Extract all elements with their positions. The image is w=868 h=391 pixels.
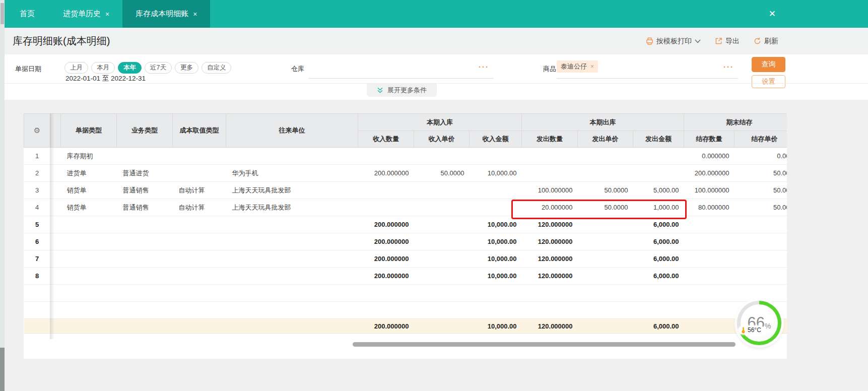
preset-last-7-days[interactable]: 近7天 bbox=[145, 62, 172, 74]
table-header: ⚙ 单据类型 业务类型 成本取值类型 往来单位 本期入库 本期出库 期末结存 收… bbox=[24, 114, 787, 148]
cell-out-qty: 120.000000 bbox=[522, 233, 578, 250]
cell-biz-type bbox=[117, 250, 173, 268]
table-row-summary[interactable]: 7 200.000000 10,000.00 120.000000 6,000.… bbox=[24, 250, 787, 268]
table-row-highlighted[interactable]: 4 销货单 普通销售 自动计算 上海天天玩具批发部 20.000000 50.0… bbox=[24, 199, 787, 216]
cell-out-amt: 1,000.00 bbox=[633, 199, 684, 216]
tab-label: 首页 bbox=[20, 9, 35, 19]
settings-button[interactable]: 设置 bbox=[752, 75, 785, 88]
cell-doc-type: 销货单 bbox=[61, 182, 117, 199]
cell-in-amt: 10,000.00 bbox=[470, 216, 522, 233]
cell-out-amt: 5,000.00 bbox=[633, 182, 684, 199]
table-row[interactable]: 3 销货单 普通销售 自动计算 上海天天玩具批发部 100.000000 50.… bbox=[24, 182, 787, 199]
cell-party: 上海天天玩具批发部 bbox=[226, 182, 358, 199]
cell-out-qty bbox=[522, 148, 578, 165]
cell-in-qty bbox=[358, 148, 414, 165]
cell-cost-type bbox=[173, 216, 226, 233]
row-number: 1 bbox=[24, 148, 50, 165]
tab-inventory-cost-ledger[interactable]: 库存成本明细账 × bbox=[122, 0, 210, 28]
spacer-cell bbox=[50, 199, 61, 216]
col-bal-qty: 结存数量 bbox=[684, 131, 735, 148]
left-scrollbar-thumb[interactable] bbox=[1, 3, 4, 24]
tab-bar: 首页 进货单历史 × 库存成本明细账 × ✕ bbox=[5, 0, 868, 28]
print-by-template-button[interactable]: 按模板打印 bbox=[646, 37, 701, 46]
cell-out-qty: 100.000000 bbox=[522, 182, 578, 199]
col-out-amt: 发出金额 bbox=[633, 131, 684, 148]
cell-in-qty bbox=[358, 182, 414, 199]
cell-out-price bbox=[578, 165, 633, 182]
column-settings-gear-icon[interactable]: ⚙ bbox=[34, 126, 40, 135]
cell-doc-type: 销货单 bbox=[61, 199, 117, 216]
group-inbound: 本期入库 bbox=[358, 114, 522, 131]
product-tag[interactable]: 泰迪公仔 × bbox=[557, 60, 598, 73]
cell-in-qty: 200.000000 bbox=[358, 233, 414, 250]
refresh-button[interactable]: 刷新 bbox=[754, 37, 778, 46]
cell-bal-price bbox=[735, 250, 787, 268]
chevron-down-icon bbox=[695, 39, 701, 43]
cell-in-price bbox=[414, 233, 470, 250]
tab-close-icon[interactable]: × bbox=[105, 10, 109, 18]
cell-out-price bbox=[578, 250, 633, 268]
cell-cost-type bbox=[173, 268, 226, 285]
spacer-cell bbox=[50, 216, 61, 233]
cell-out-amt: 6,000.00 bbox=[633, 216, 684, 233]
preset-this-year[interactable]: 本年 bbox=[118, 62, 142, 74]
warehouse-filter-label: 仓库 bbox=[291, 64, 304, 74]
cell-cost-type: 自动计算 bbox=[173, 182, 226, 199]
cell-out-amt bbox=[633, 148, 684, 165]
table-row[interactable]: 1 库存期初 0.000000 0.00 bbox=[24, 148, 787, 165]
expand-more-conditions-button[interactable]: 展开更多条件 bbox=[367, 84, 437, 97]
col-in-qty: 收入数量 bbox=[358, 131, 414, 148]
preset-custom[interactable]: 自定义 bbox=[202, 62, 232, 74]
product-picker-ellipsis-icon[interactable]: ··· bbox=[723, 62, 734, 71]
cell-out-amt: 6,000.00 bbox=[633, 233, 684, 250]
export-button[interactable]: 导出 bbox=[715, 37, 740, 46]
cell-bal-qty bbox=[684, 250, 735, 268]
cell-out-price bbox=[578, 233, 633, 250]
col-out-qty: 发出数量 bbox=[522, 131, 578, 148]
spacer-cell bbox=[50, 148, 61, 165]
col-out-price: 发出单价 bbox=[578, 131, 633, 148]
row-number: 5 bbox=[24, 216, 50, 233]
date-range-value[interactable]: 2022-01-01 至 2022-12-31 bbox=[65, 74, 146, 83]
export-icon bbox=[715, 37, 722, 45]
cell-cost-type bbox=[173, 148, 226, 165]
preset-this-month[interactable]: 本月 bbox=[91, 62, 115, 74]
warehouse-picker-ellipsis-icon[interactable]: ··· bbox=[479, 62, 489, 71]
empty-cell bbox=[24, 285, 787, 302]
query-button[interactable]: 查询 bbox=[752, 57, 785, 72]
cell-cost-type bbox=[173, 319, 226, 334]
table-row-summary[interactable]: 5 200.000000 10,000.00 120.000000 6,000.… bbox=[24, 216, 787, 233]
tab-home[interactable]: 首页 bbox=[5, 0, 50, 28]
refresh-icon bbox=[754, 37, 761, 45]
cell-in-amt: 10,000.00 bbox=[470, 233, 522, 250]
date-filter-label: 单据日期 bbox=[15, 64, 41, 74]
tag-close-icon[interactable]: × bbox=[590, 63, 594, 70]
cell-biz-type bbox=[117, 216, 173, 233]
left-scrollbar-gutter bbox=[0, 0, 5, 391]
warehouse-input[interactable] bbox=[308, 67, 494, 79]
close-icon[interactable]: ✕ bbox=[769, 0, 776, 28]
col-in-amt: 收入金额 bbox=[470, 131, 522, 148]
cell-party bbox=[226, 233, 358, 250]
table-row-summary[interactable]: 8 200.000000 10,000.00 120.000000 6,000.… bbox=[24, 268, 787, 285]
cell-bal-qty bbox=[684, 216, 735, 233]
total-out-price bbox=[578, 319, 633, 334]
date-range-presets: 上月 本月 本年 近7天 更多 自定义 bbox=[64, 62, 234, 74]
cell-out-amt bbox=[633, 165, 684, 182]
cell-cost-type bbox=[173, 165, 226, 182]
empty-cell bbox=[24, 302, 787, 319]
tab-close-icon[interactable]: × bbox=[193, 10, 197, 18]
cell-party bbox=[226, 319, 358, 334]
thermometer-icon bbox=[741, 327, 746, 334]
table-row-summary[interactable]: 6 200.000000 10,000.00 120.000000 6,000.… bbox=[24, 233, 787, 250]
table-total-row: 200.000000 10,000.00 120.000000 6,000.00 bbox=[24, 319, 787, 334]
preset-last-month[interactable]: 上月 bbox=[64, 62, 88, 74]
table-row[interactable]: 2 进货单 普通进货 华为手机 200.000000 50.0000 10,00… bbox=[24, 165, 787, 182]
left-gutter-bottom bbox=[0, 348, 5, 391]
product-filter-label: 商品 bbox=[543, 64, 556, 74]
cell-doc-type bbox=[61, 319, 117, 334]
tab-purchase-history[interactable]: 进货单历史 × bbox=[50, 0, 122, 28]
row-number: 4 bbox=[24, 199, 50, 216]
preset-more[interactable]: 更多 bbox=[175, 62, 198, 74]
horizontal-scrollbar-thumb[interactable] bbox=[353, 342, 736, 347]
